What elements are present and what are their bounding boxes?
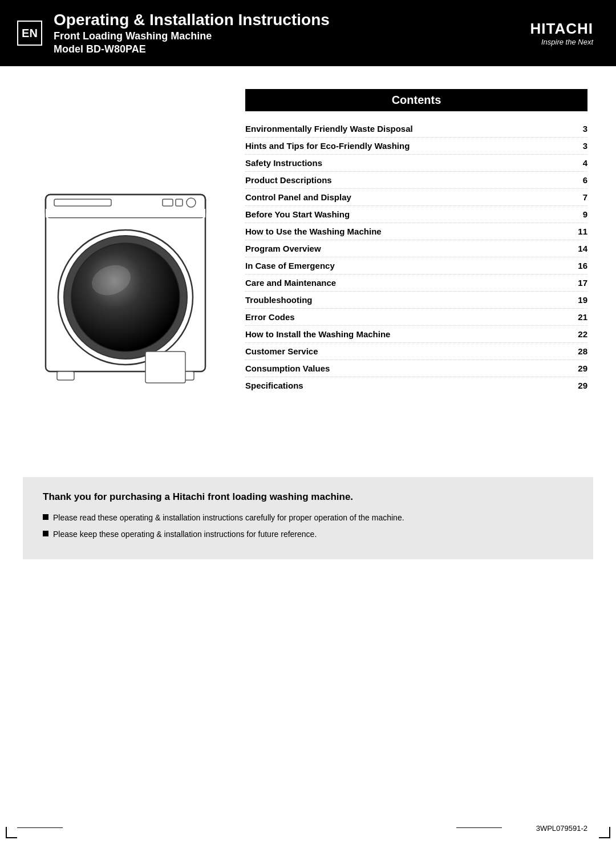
toc-row: In Case of Emergency16 <box>245 257 587 274</box>
svg-rect-4 <box>163 199 173 206</box>
contents-panel: Contents Environmentally Friendly Waste … <box>245 83 587 454</box>
svg-rect-5 <box>176 199 183 206</box>
toc-item-title: Customer Service <box>245 346 318 356</box>
toc-row: Hints and Tips for Eco-Friendly Washing3 <box>245 138 587 155</box>
toc-item-title: How to Use the Washing Machine <box>245 227 382 236</box>
hitachi-tagline: Inspire the Next <box>530 38 593 46</box>
toc-row: Customer Service28 <box>245 343 587 360</box>
contents-heading: Contents <box>245 89 587 111</box>
corner-mark-br <box>599 827 610 838</box>
svg-rect-2 <box>46 209 205 217</box>
thankyou-bullet-item: Please keep these operating & installati… <box>43 528 573 540</box>
toc-item-title: Product Descriptions <box>245 175 332 185</box>
toc-row: Care and Maintenance17 <box>245 274 587 292</box>
thankyou-bullet-item: Please read these operating & installati… <box>43 512 573 524</box>
toc-item-title: Specifications <box>245 381 303 390</box>
corner-mark-tr <box>599 6 610 17</box>
svg-rect-3 <box>54 199 111 206</box>
thankyou-item-text: Please keep these operating & installati… <box>53 528 317 540</box>
toc-item-title: Control Panel and Display <box>245 192 351 202</box>
toc-item-title: Troubleshooting <box>245 295 313 305</box>
corner-mark-tl <box>6 6 17 17</box>
toc-item-title: Care and Maintenance <box>245 278 336 288</box>
bottom-line-left <box>17 827 63 829</box>
svg-point-6 <box>187 198 196 207</box>
main-content: Contents Environmentally Friendly Waste … <box>0 66 616 466</box>
header-title-block: Operating & Installation Instructions Fr… <box>54 10 518 56</box>
thankyou-item-text: Please read these operating & installati… <box>53 512 404 524</box>
table-of-contents: Environmentally Friendly Waste Disposal3… <box>245 120 587 394</box>
toc-item-page: 21 <box>578 312 587 322</box>
toc-item-title: Error Codes <box>245 312 295 322</box>
toc-row: Consumption Values29 <box>245 360 587 377</box>
thankyou-title: Thank you for purchasing a Hitachi front… <box>43 491 573 503</box>
header-subtitle1: Front Loading Washing Machine <box>54 30 518 43</box>
toc-row: Safety Instructions4 <box>245 155 587 172</box>
toc-row: Before You Start Washing9 <box>245 206 587 223</box>
toc-item-page: 28 <box>578 346 587 356</box>
svg-rect-13 <box>145 352 185 383</box>
machine-illustration <box>29 83 222 454</box>
footer: 3WPL079591-2 <box>536 824 587 833</box>
header-title-main: Operating & Installation Instructions <box>54 10 518 30</box>
toc-item-page: 17 <box>578 278 587 288</box>
toc-item-title: In Case of Emergency <box>245 261 335 270</box>
page-header: EN Operating & Installation Instructions… <box>0 0 616 66</box>
toc-item-page: 3 <box>583 124 587 134</box>
toc-item-page: 9 <box>583 209 587 219</box>
toc-item-page: 22 <box>578 329 587 339</box>
toc-item-title: Safety Instructions <box>245 158 322 168</box>
hitachi-logo: HITACHI Inspire the Next <box>530 20 593 46</box>
toc-row: Product Descriptions6 <box>245 172 587 189</box>
toc-row: How to Install the Washing Machine22 <box>245 326 587 343</box>
toc-item-title: Program Overview <box>245 244 321 253</box>
header-subtitle2: Model BD-W80PAE <box>54 43 518 56</box>
toc-item-title: Environmentally Friendly Waste Disposal <box>245 124 413 134</box>
thankyou-section: Thank you for purchasing a Hitachi front… <box>23 477 593 559</box>
toc-row: Environmentally Friendly Waste Disposal3 <box>245 120 587 138</box>
bullet-icon <box>43 514 48 520</box>
toc-item-page: 19 <box>578 295 587 305</box>
toc-row: Control Panel and Display7 <box>245 189 587 206</box>
bullet-icon <box>43 531 48 536</box>
toc-row: Troubleshooting19 <box>245 292 587 309</box>
toc-item-page: 11 <box>578 227 587 236</box>
document-id: 3WPL079591-2 <box>536 824 587 833</box>
toc-row: Specifications29 <box>245 377 587 394</box>
toc-item-page: 3 <box>583 141 587 151</box>
svg-point-9 <box>71 243 180 352</box>
svg-rect-11 <box>57 371 74 380</box>
toc-item-title: Before You Start Washing <box>245 209 350 219</box>
toc-item-page: 7 <box>583 192 587 202</box>
toc-item-title: Consumption Values <box>245 364 330 373</box>
toc-row: Error Codes21 <box>245 309 587 326</box>
bottom-line-right <box>456 827 502 829</box>
language-badge: EN <box>17 21 42 46</box>
toc-item-title: Hints and Tips for Eco-Friendly Washing <box>245 141 410 151</box>
toc-row: Program Overview14 <box>245 240 587 257</box>
toc-row: How to Use the Washing Machine11 <box>245 223 587 240</box>
toc-item-page: 4 <box>583 158 587 168</box>
corner-mark-bl <box>6 827 17 838</box>
thankyou-items: Please read these operating & installati… <box>43 512 573 540</box>
washing-machine-svg <box>40 183 211 389</box>
hitachi-brand-name: HITACHI <box>530 20 593 38</box>
toc-item-page: 16 <box>578 261 587 270</box>
toc-item-title: How to Install the Washing Machine <box>245 329 390 339</box>
toc-item-page: 29 <box>578 364 587 373</box>
toc-item-page: 6 <box>583 175 587 185</box>
toc-item-page: 14 <box>578 244 587 253</box>
toc-item-page: 29 <box>578 381 587 390</box>
